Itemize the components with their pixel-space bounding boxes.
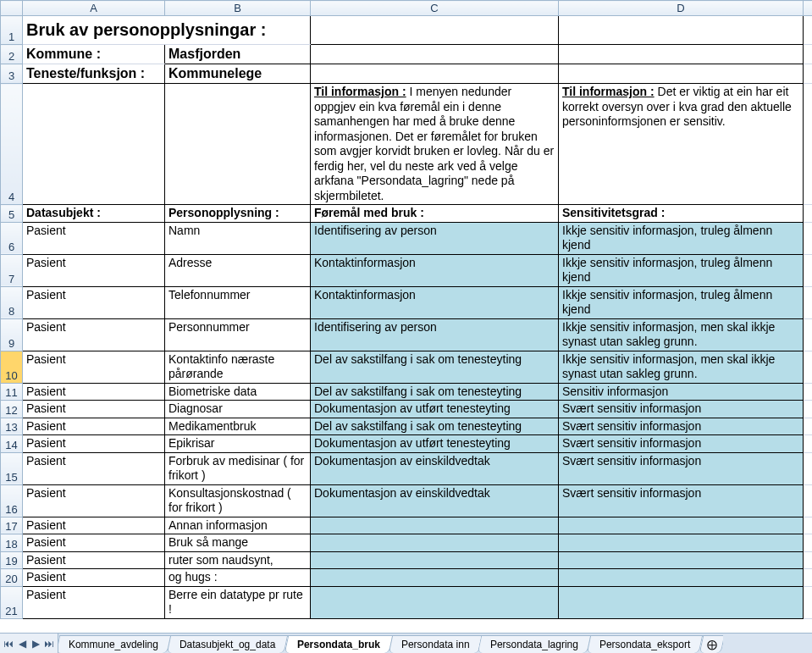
cell-D20[interactable]: [559, 569, 804, 587]
cell-C12[interactable]: Dokumentasjon av utført tenesteyting: [311, 401, 559, 418]
cell-B6[interactable]: Namn: [165, 222, 311, 254]
cell-C16[interactable]: Dokumentasjon av einskildvedtak: [311, 484, 559, 517]
cell-D8[interactable]: Ikkje sensitiv informasjon, truleg ålmen…: [559, 286, 804, 318]
cell-A12[interactable]: Pasient: [23, 401, 165, 418]
cell-A9[interactable]: Pasient: [23, 318, 165, 351]
cell-B13[interactable]: Medikamentbruk: [165, 418, 311, 435]
row-header[interactable]: 7: [1, 254, 23, 286]
row-header[interactable]: 12: [1, 401, 23, 418]
cell-C14[interactable]: Dokumentasjon av utført tenesteyting: [311, 435, 559, 453]
tab-persondata-lagring[interactable]: Persondata_lagring: [478, 635, 592, 653]
tab-nav-prev[interactable]: ◀: [15, 637, 29, 650]
cell-A17[interactable]: Pasient: [23, 517, 165, 534]
cell-B10[interactable]: Kontaktinfo næraste pårørande: [165, 351, 311, 383]
cell-D6[interactable]: Ikkje sensitiv informasjon, truleg ålmen…: [559, 222, 804, 254]
cell-B5-header[interactable]: Personopplysning :: [165, 205, 311, 223]
tab-nav-last[interactable]: ⏭: [42, 637, 56, 650]
cell-B17[interactable]: Annan informasjon: [165, 517, 311, 534]
cell-C11[interactable]: Del av sakstilfang i sak om tenesteyting: [311, 383, 559, 401]
cell-C10[interactable]: Del av sakstilfang i sak om tenesteyting: [311, 351, 559, 383]
cell-A19[interactable]: Pasient: [23, 551, 165, 569]
cell-A21[interactable]: Pasient: [23, 586, 165, 618]
cell-D14[interactable]: Svært sensitiv informasjon: [559, 435, 804, 453]
cell-C2[interactable]: [311, 45, 559, 64]
cell-A7[interactable]: Pasient: [23, 254, 165, 286]
tab-persondata-inn[interactable]: Persondata inn: [388, 635, 482, 653]
row-header[interactable]: 16: [1, 484, 23, 517]
row-header[interactable]: 4: [1, 84, 23, 205]
cell-D15[interactable]: Svært sensitiv informasjon: [559, 452, 804, 484]
row-header[interactable]: 9: [1, 318, 23, 351]
cell-C18[interactable]: [311, 534, 559, 552]
cell-A11[interactable]: Pasient: [23, 383, 165, 401]
tab-nav-first[interactable]: ⏮: [2, 637, 15, 650]
cell-C13[interactable]: Del av sakstilfang i sak om tenesteyting: [311, 418, 559, 435]
cell-A8[interactable]: Pasient: [23, 286, 165, 318]
cell-A18[interactable]: Pasient: [23, 534, 165, 552]
col-header-D[interactable]: D: [559, 1, 804, 16]
cell-D17[interactable]: [559, 517, 804, 534]
col-header-A[interactable]: A: [23, 1, 165, 16]
cell-B21[interactable]: Berre ein datatype pr rute !: [165, 586, 311, 618]
cell-D3[interactable]: [559, 64, 804, 84]
cell-B4[interactable]: [165, 84, 311, 205]
row-header[interactable]: 15: [1, 452, 23, 484]
tab-new-sheet[interactable]: ⨁: [699, 635, 723, 653]
cell-D4-info[interactable]: Til informasjon : Det er viktig at ein h…: [559, 84, 804, 205]
cell-C7[interactable]: Kontaktinformasjon: [311, 254, 559, 286]
tab-persondata-eksport[interactable]: Persondata_eksport: [587, 635, 704, 653]
row-header[interactable]: 19: [1, 551, 23, 569]
cell-B11[interactable]: Biometriske data: [165, 383, 311, 401]
cell-B12[interactable]: Diagnosar: [165, 401, 311, 418]
tab-persondata-bruk[interactable]: Persondata_bruk: [284, 635, 393, 653]
cell-C19[interactable]: [311, 551, 559, 569]
cell-C3[interactable]: [311, 64, 559, 84]
row-header[interactable]: 20: [1, 569, 23, 587]
select-all-corner[interactable]: [1, 1, 23, 16]
cell-D1[interactable]: [559, 16, 804, 45]
cell-C4-info[interactable]: Til informasjon : I menyen nedunder oppg…: [311, 84, 559, 205]
cell-C8[interactable]: Kontaktinformasjon: [311, 286, 559, 318]
cell-C15[interactable]: Dokumentasjon av einskildvedtak: [311, 452, 559, 484]
cell-B16[interactable]: Konsultasjonskostnad ( for frikort ): [165, 484, 311, 517]
tab-datasubjekt-og-data[interactable]: Datasubjekt_og_data: [167, 635, 289, 653]
cell-D16[interactable]: Svært sensitiv informasjon: [559, 484, 804, 517]
cell-D19[interactable]: [559, 551, 804, 569]
tab-kommune-avdeling[interactable]: Kommune_avdeling: [58, 635, 171, 653]
cell-D21[interactable]: [559, 586, 804, 618]
cell-A2[interactable]: Kommune :: [23, 45, 165, 64]
row-header[interactable]: 11: [1, 383, 23, 401]
cell-B8[interactable]: Telefonnummer: [165, 286, 311, 318]
cell-A20[interactable]: Pasient: [23, 569, 165, 587]
cell-D10[interactable]: Ikkje sensitiv informasjon, men skal ikk…: [559, 351, 804, 383]
cell-A14[interactable]: Pasient: [23, 435, 165, 453]
cell-B2[interactable]: Masfjorden: [165, 45, 311, 64]
cell-B15[interactable]: Forbruk av medisinar ( for frikort ): [165, 452, 311, 484]
row-header[interactable]: 21: [1, 586, 23, 618]
cell-A6[interactable]: Pasient: [23, 222, 165, 254]
cell-C21[interactable]: [311, 586, 559, 618]
row-header[interactable]: 1: [1, 16, 23, 45]
spreadsheet-grid[interactable]: A B C D 1 Bruk av personopplysningar : 2…: [0, 0, 812, 633]
cell-A10[interactable]: Pasient: [23, 351, 165, 383]
cell-B9[interactable]: Personnummer: [165, 318, 311, 351]
cell-B18[interactable]: Bruk så mange: [165, 534, 311, 552]
row-header[interactable]: 17: [1, 517, 23, 534]
cell-B3[interactable]: Kommunelege: [165, 64, 311, 84]
row-header[interactable]: 10: [1, 351, 23, 383]
cell-C20[interactable]: [311, 569, 559, 587]
cell-B20[interactable]: og hugs :: [165, 569, 311, 587]
cell-D9[interactable]: Ikkje sensitiv informasjon, men skal ikk…: [559, 318, 804, 351]
cell-D11[interactable]: Sensitiv informasjon: [559, 383, 804, 401]
cell-D18[interactable]: [559, 534, 804, 552]
cell-C17[interactable]: [311, 517, 559, 534]
cell-D7[interactable]: Ikkje sensitiv informasjon, truleg ålmen…: [559, 254, 804, 286]
cell-C5-header[interactable]: Føremål med bruk :: [311, 205, 559, 223]
row-header[interactable]: 5: [1, 205, 23, 223]
row-header[interactable]: 14: [1, 435, 23, 453]
cell-B7[interactable]: Adresse: [165, 254, 311, 286]
cell-B19[interactable]: ruter som naudsynt,: [165, 551, 311, 569]
cell-A5-header[interactable]: Datasubjekt :: [23, 205, 165, 223]
tab-nav-next[interactable]: ▶: [29, 637, 42, 650]
cell-B14[interactable]: Epikrisar: [165, 435, 311, 453]
